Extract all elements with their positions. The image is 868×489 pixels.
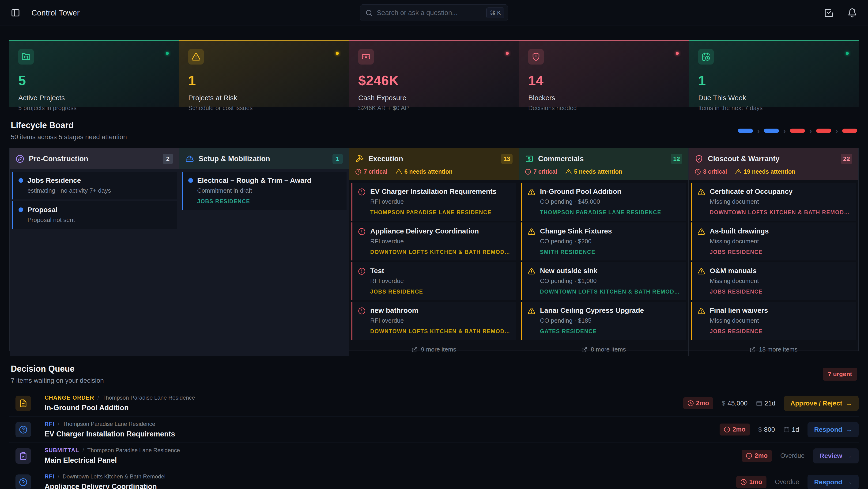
item-title: Appliance Delivery Coordination [44,483,729,489]
board-card[interactable]: new bathroom RFI overdue DOWNTOWN LOFTS … [351,302,516,340]
board-card[interactable]: Final lien waivers Missing document JOBS… [691,302,856,340]
dollar-banknote-icon [525,155,533,163]
kpi-projects-at-risk[interactable]: 1 Projects at Risk Schedule or cost issu… [179,40,349,107]
bell-icon[interactable] [847,8,857,18]
more-items-link[interactable]: 18 more items [689,343,858,356]
column-title: Closeout & Warranty [708,155,836,163]
card-title: Lanai Ceiling Cypress Upgrade [540,307,680,314]
column-setup-mobilization: Setup & Mobilization 1 Electrical – Roug… [179,148,349,356]
queue-row[interactable]: RFI / Downtown Lofts Kitchen & Bath Remo… [9,469,859,489]
age-badge: 2mo [683,397,713,409]
decision-queue-title: Decision Queue [11,364,104,374]
board-card[interactable]: Electrical – Rough & Trim – Award Commit… [182,172,346,210]
panel-left-icon[interactable] [11,8,20,18]
urgent-badge: 7 urgent [823,368,857,381]
compass-icon [16,155,24,163]
board-card[interactable]: EV Charger Installation Requirements RFI… [351,183,516,221]
kpi-value: 1 [188,73,340,88]
board-card[interactable]: Proposal Proposal not sent [12,201,177,229]
search-icon [365,9,373,17]
calendar-icon [756,400,762,406]
due-value: 21d [756,400,775,407]
alert-triangle-icon [698,307,706,335]
alert-circle-icon [358,267,366,295]
card-subtext: CO pending · $200 [540,238,680,245]
board-card[interactable]: In-Ground Pool Addition CO pending · $45… [521,183,686,221]
clock-icon [687,400,694,406]
alert-triangle-icon [698,188,706,215]
card-project-tag: DOWNTOWN LOFTS KITCHEN & BATH REMODEL [370,249,511,255]
external-link-icon [411,347,417,353]
decision-queue-header: Decision Queue 7 items waiting on your d… [11,364,857,384]
check-square-icon[interactable] [824,8,834,18]
card-title: In-Ground Pool Addition [540,188,680,196]
clock-icon [740,479,747,485]
alert-triangle-icon [188,49,204,64]
divider: / [58,421,59,427]
arrow-right-icon: → [845,426,852,433]
banknote-icon [358,49,374,64]
queue-row[interactable]: RFI / Thompson Paradise Lane Residence E… [9,416,859,442]
status-dot [336,52,339,55]
critical-count: 7 critical [525,168,557,175]
kpi-value: 5 [18,73,170,88]
divider: / [97,395,99,401]
queue-row[interactable]: CHANGE ORDER / Thompson Paradise Lane Re… [9,390,859,416]
kpi-due-this-week[interactable]: 1 Due This Week Items in the next 7 days [689,40,859,107]
alert-circle-icon [358,307,366,335]
item-project: Thompson Paradise Lane Residence [63,421,155,427]
card-subtext: CO pending · $45,000 [540,198,680,205]
alert-triangle-icon [698,267,706,295]
board-card[interactable]: Appliance Delivery Coordination RFI over… [351,223,516,260]
board-card[interactable]: Certificate of Occupancy Missing documen… [691,183,856,221]
kpi-active-projects[interactable]: 5 Active Projects 5 projects in progress [9,40,179,107]
card-project-tag: DOWNTOWN LOFTS KITCHEN & BATH REMODEL [710,209,850,215]
review-button[interactable]: Review → [813,449,859,463]
card-subtext: Proposal not sent [27,217,171,224]
respond-button[interactable]: Respond → [807,475,859,489]
status-dot [846,52,849,55]
board-card[interactable]: As-built drawings Missing document JOBS … [691,223,856,260]
kpi-cash-exposure[interactable]: $246K Cash Exposure $246K AR + $0 AP [349,40,519,107]
arrow-right-icon: → [845,452,852,460]
board-card[interactable]: Change Sink Fixtures CO pending · $200 S… [521,223,686,260]
more-items-link[interactable]: 8 more items [519,343,688,356]
board-card[interactable]: New outside sink CO pending · $1,000 DOW… [521,262,686,300]
search-box[interactable]: ⌘ K [360,4,508,21]
card-project-tag: THOMPSON PARADISE LANE RESIDENCE [540,209,680,215]
card-title: Proposal [27,206,171,214]
column-title: Pre-Construction [29,155,158,163]
card-title: As-built drawings [710,227,850,235]
queue-row[interactable]: SUBMITTAL / Thompson Paradise Lane Resid… [9,442,859,469]
respond-button[interactable]: Respond → [807,422,859,437]
alert-triangle-icon [528,227,536,255]
divider: / [83,447,84,454]
column-title: Execution [368,155,496,163]
blue-dot-icon [188,178,193,183]
board-card[interactable]: Lanai Ceiling Cypress Upgrade CO pending… [521,302,686,340]
card-project-tag: JOBS RESIDENCE [710,328,850,335]
column-count-badge: 12 [671,154,682,164]
calendar-clock-icon [698,49,714,64]
help-circle-icon [16,422,31,437]
item-project: Downtown Lofts Kitchen & Bath Remodel [63,473,165,480]
kpi-label: Cash Exposure [358,94,510,102]
column-count-badge: 1 [333,154,343,164]
blue-dot-icon [19,207,23,212]
item-type-label: SUBMITTAL [44,447,79,454]
more-items-link[interactable]: 9 more items [349,343,519,356]
card-subtext: Missing document [710,317,850,324]
item-title: EV Charger Installation Requirements [44,430,713,438]
board-card[interactable]: Jobs Residence estimating · no activity … [12,172,177,199]
board-card[interactable]: Test RFI overdue JOBS RESIDENCE [351,262,516,300]
overdue-label: Overdue [780,452,805,459]
column-count-badge: 13 [501,154,513,164]
kpi-blockers[interactable]: 14 Blockers Decisions needed [519,40,689,107]
critical-count: 7 critical [355,168,388,175]
board-card[interactable]: O&M manuals Missing document JOBS RESIDE… [691,262,856,300]
attention-count: 5 needs attention [565,168,622,175]
search-shortcut-badge: ⌘ K [486,7,504,18]
kpi-value: 14 [528,73,680,88]
search-input[interactable] [377,9,483,17]
approve-reject-button[interactable]: Approve / Reject → [784,396,859,411]
